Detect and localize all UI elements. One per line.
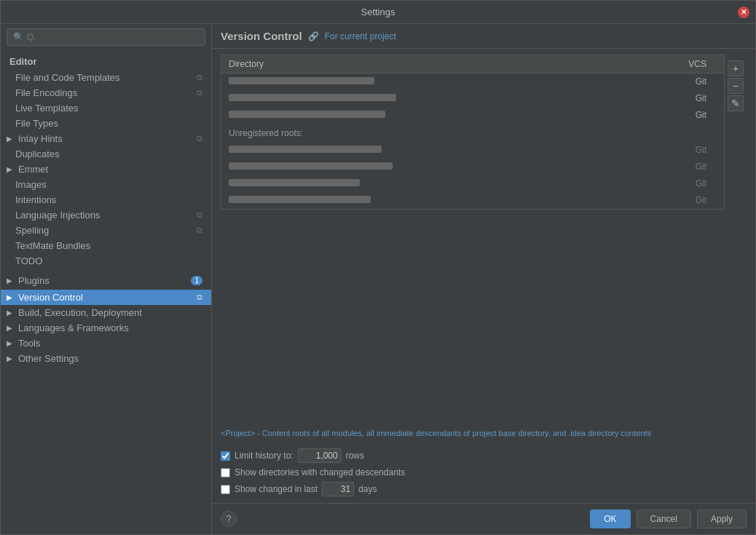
vcs-cell: Git — [666, 74, 724, 90]
sidebar-item-spelling[interactable]: Spelling ⧉ — [1, 223, 211, 238]
vcs-table: Directory VCS Git — [221, 55, 724, 209]
search-box[interactable]: 🔍 — [7, 28, 205, 46]
vcs-cell: Git — [666, 142, 724, 159]
options-area: Limit history to: rows Show directories … — [212, 442, 755, 503]
limit-history-checkbox[interactable] — [221, 451, 230, 461]
sidebar-item-build-exec[interactable]: ▶ Build, Execution, Deployment — [1, 305, 211, 320]
copy-icon-vc: ⧉ — [197, 293, 202, 302]
sidebar-item-file-encodings[interactable]: File Encodings ⧉ — [1, 85, 211, 100]
copy-icon3: ⧉ — [197, 134, 202, 143]
version-control-label: Version Control — [18, 292, 83, 303]
sidebar-item-live-templates[interactable]: Live Templates — [1, 100, 211, 116]
sidebar-item-tools[interactable]: ▶ Tools — [1, 336, 211, 351]
show-dirs-label: Show directories with changed descendant… — [235, 467, 405, 477]
dialog-body: 🔍 Editor File and Code Templates ⧉ File … — [1, 24, 755, 534]
sidebar-item-other-settings[interactable]: ▶ Other Settings — [1, 351, 211, 366]
main-title: Version Control — [221, 30, 302, 42]
vcs-table-wrapper: Directory VCS Git — [221, 55, 725, 210]
sidebar-item-plugins[interactable]: ▶ Plugins 1 — [1, 273, 211, 288]
settings-dialog: Settings ✕ 🔍 Editor File and Code Templa… — [0, 0, 756, 535]
copy-icon2: ⧉ — [197, 88, 202, 98]
dir-cell — [221, 74, 666, 90]
current-project-label: For current project — [325, 31, 396, 41]
table-actions: + − ✎ — [725, 55, 747, 117]
editor-section: Editor File and Code Templates ⧉ File En… — [1, 50, 211, 272]
footer-info: <Project> - Content roots of all modules… — [212, 425, 755, 442]
dir-cell — [221, 90, 666, 107]
table-row[interactable]: Git — [221, 107, 724, 124]
separator: 🔗 — [308, 31, 319, 41]
arrow-icon-plugins: ▶ — [7, 277, 12, 285]
sidebar-item-intentions[interactable]: Intentions — [1, 192, 211, 207]
sidebar-item-emmet[interactable]: ▶ Emmet — [1, 162, 211, 177]
show-changed-suffix: days — [358, 484, 377, 494]
remove-row-button[interactable]: − — [728, 78, 744, 94]
copy-icon4: ⧉ — [197, 210, 202, 220]
search-icon: 🔍 — [13, 32, 24, 42]
show-changed-row: Show changed in last days — [221, 480, 747, 499]
sidebar-item-file-code-templates[interactable]: File and Code Templates ⧉ — [1, 70, 211, 85]
table-header-row: Directory VCS — [221, 55, 724, 74]
show-changed-checkbox[interactable] — [221, 485, 230, 494]
table-row[interactable]: Git — [221, 142, 724, 159]
arrow-icon-other: ▶ — [7, 354, 12, 362]
build-exec-label: Build, Execution, Deployment — [18, 307, 142, 318]
dir-cell — [221, 192, 666, 209]
sidebar-item-version-control[interactable]: ▶ Version Control ⧉ — [1, 290, 211, 305]
limit-history-row: Limit history to: rows — [221, 446, 747, 465]
cancel-button[interactable]: Cancel — [637, 510, 691, 528]
col-directory: Directory — [221, 55, 666, 74]
col-vcs: VCS — [666, 55, 724, 74]
sidebar-item-file-types[interactable]: File Types — [1, 116, 211, 131]
tools-label: Tools — [18, 338, 40, 349]
dialog-title: Settings — [361, 7, 395, 17]
table-row[interactable]: Git — [221, 192, 724, 209]
table-row[interactable]: Git — [221, 159, 724, 175]
add-row-button[interactable]: + — [728, 60, 744, 76]
plugins-label: Plugins — [18, 275, 50, 286]
sidebar-item-duplicates[interactable]: Duplicates — [1, 146, 211, 162]
arrow-icon-vc: ▶ — [7, 293, 12, 301]
dir-cell — [221, 142, 666, 159]
vcs-cell: Git — [666, 192, 724, 209]
sidebar-item-images[interactable]: Images — [1, 177, 211, 192]
arrow-icon-build: ▶ — [7, 309, 12, 317]
current-project-link[interactable]: For current project — [325, 31, 396, 41]
close-button[interactable]: ✕ — [738, 7, 749, 18]
vcs-cell: Git — [666, 175, 724, 192]
title-bar: Settings ✕ — [1, 1, 755, 24]
arrow-icon-emmet: ▶ — [7, 165, 12, 173]
sidebar-item-inlay-hints[interactable]: ▶ Inlay Hints ⧉ — [1, 131, 211, 146]
unregistered-header-row: Unregistered roots: — [221, 124, 724, 142]
limit-history-input[interactable] — [298, 448, 342, 463]
sidebar-item-todo[interactable]: TODO — [1, 253, 211, 269]
dir-cell — [221, 107, 666, 124]
main-content: Version Control 🔗 For current project Di… — [212, 24, 755, 534]
plugins-badge: 1 — [191, 276, 202, 285]
table-row[interactable]: Git — [221, 175, 724, 192]
show-dirs-checkbox[interactable] — [221, 468, 230, 477]
languages-label: Languages & Frameworks — [18, 322, 129, 333]
edit-row-button[interactable]: ✎ — [728, 95, 744, 111]
sidebar-item-languages[interactable]: ▶ Languages & Frameworks — [1, 320, 211, 336]
arrow-icon-lang: ▶ — [7, 324, 12, 332]
show-changed-label: Show changed in last — [235, 484, 318, 494]
bottom-bar: ? OK Cancel Apply — [212, 503, 755, 534]
search-input[interactable] — [27, 32, 199, 42]
copy-icon5: ⧉ — [197, 226, 202, 235]
table-area: Directory VCS Git — [221, 55, 747, 422]
apply-button[interactable]: Apply — [697, 510, 747, 528]
ok-button[interactable]: OK — [590, 510, 630, 528]
vcs-cell: Git — [666, 107, 724, 124]
dir-cell — [221, 159, 666, 175]
table-row[interactable]: Git — [221, 90, 724, 107]
other-settings-label: Other Settings — [18, 353, 79, 364]
sidebar-item-textmate-bundles[interactable]: TextMate Bundles — [1, 238, 211, 253]
sidebar-item-language-injections[interactable]: Language Injections ⧉ — [1, 207, 211, 223]
vcs-cell: Git — [666, 90, 724, 107]
dialog-buttons: OK Cancel Apply — [590, 510, 747, 528]
show-changed-input[interactable] — [322, 482, 354, 496]
table-row[interactable]: Git — [221, 74, 724, 90]
sidebar: 🔍 Editor File and Code Templates ⧉ File … — [1, 24, 212, 534]
help-button[interactable]: ? — [221, 511, 237, 527]
